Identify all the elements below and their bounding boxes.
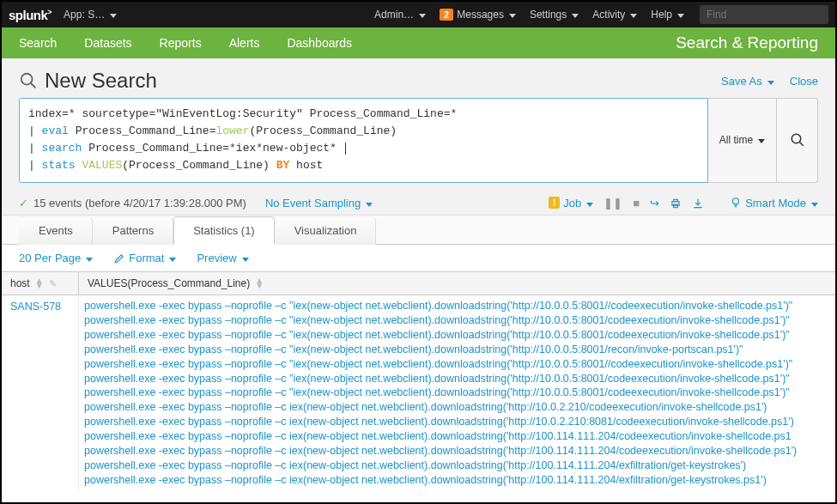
- search-icon: [19, 71, 38, 90]
- help-menu[interactable]: Help: [651, 9, 684, 21]
- app-title: Search & Reporting: [676, 33, 818, 52]
- close-button[interactable]: Close: [790, 75, 818, 88]
- value-line[interactable]: powershell.exe -exec bypass –noprofile –…: [84, 400, 830, 415]
- value-line[interactable]: powershell.exe -exec bypass –noprofile –…: [84, 444, 830, 458]
- value-line[interactable]: powershell.exe -exec bypass –noprofile –…: [84, 429, 830, 444]
- events-count: 15 events (before 4/20/17 1:39:28.000 PM…: [33, 197, 246, 209]
- share-icon[interactable]: ↪: [650, 197, 659, 209]
- nav-reports[interactable]: Reports: [160, 36, 202, 50]
- preview-menu[interactable]: Preview: [197, 252, 248, 264]
- event-sampling[interactable]: No Event Sampling: [265, 197, 373, 209]
- results-toolbar: 20 Per Page Format Preview: [2, 245, 835, 271]
- cell-values: powershell.exe -exec bypass –noprofile –…: [79, 295, 835, 490]
- table-row: SANS-578powershell.exe -exec bypass –nop…: [2, 295, 835, 490]
- stop-icon[interactable]: ■: [633, 197, 640, 209]
- svg-point-2: [792, 135, 801, 144]
- col-header-values[interactable]: VALUES(Process_Command_Line) ▲▼: [79, 272, 835, 295]
- save-as-button[interactable]: Save As: [721, 75, 774, 88]
- value-line[interactable]: powershell.exe -exec bypass –noprofile –…: [84, 415, 830, 429]
- value-line[interactable]: powershell.exe -exec bypass –noprofile –…: [84, 328, 830, 343]
- tab-statistics[interactable]: Statistics (1): [173, 216, 275, 245]
- value-line[interactable]: powershell.exe -exec bypass –noprofile –…: [84, 372, 830, 386]
- pause-icon[interactable]: ❚❚: [603, 197, 622, 209]
- svg-rect-6: [674, 204, 678, 208]
- nav-search[interactable]: Search: [19, 36, 57, 50]
- nav-dashboards[interactable]: Dashboards: [287, 36, 352, 50]
- value-line[interactable]: powershell.exe -exec bypass –noprofile –…: [84, 473, 830, 488]
- value-line[interactable]: powershell.exe -exec bypass –noprofile –…: [84, 313, 830, 328]
- search-button[interactable]: [777, 98, 818, 183]
- admin-menu[interactable]: Admin…: [374, 9, 426, 21]
- svg-line-1: [31, 83, 36, 88]
- search-icon: [790, 132, 805, 148]
- value-line[interactable]: powershell.exe -exec bypass –noprofile –…: [84, 357, 830, 372]
- result-tabs: Events Patterns Statistics (1) Visualiza…: [2, 216, 835, 245]
- nav-datasets[interactable]: Datasets: [84, 36, 131, 50]
- sort-icon: ▲▼: [255, 278, 264, 288]
- splunk-logo: splunk>: [9, 8, 52, 22]
- messages-badge: 2: [440, 9, 453, 21]
- warning-icon: !: [549, 197, 561, 209]
- value-line[interactable]: powershell.exe -exec bypass –noprofile –…: [84, 458, 830, 473]
- value-line[interactable]: powershell.exe -exec bypass –noprofile –…: [84, 386, 830, 400]
- col-header-host[interactable]: host ▲▼ ✎: [2, 272, 79, 295]
- value-line[interactable]: powershell.exe -exec bypass –noprofile –…: [84, 299, 830, 313]
- find-input[interactable]: [700, 5, 828, 24]
- sort-icon: ▲▼: [35, 278, 44, 288]
- svg-point-0: [21, 74, 33, 85]
- page-header: New Search Save As Close: [2, 58, 835, 98]
- results-table-header: host ▲▼ ✎ VALUES(Process_Command_Line) ▲…: [2, 271, 835, 295]
- value-line[interactable]: powershell.exe -exec bypass –noprofile –…: [84, 343, 830, 357]
- export-icon[interactable]: [692, 197, 704, 210]
- page-title: New Search: [19, 69, 157, 93]
- settings-menu[interactable]: Settings: [530, 9, 579, 21]
- tab-events[interactable]: Events: [19, 216, 93, 245]
- time-range-picker[interactable]: All time: [708, 98, 777, 183]
- nav-alerts[interactable]: Alerts: [229, 36, 260, 50]
- format-menu[interactable]: Format: [113, 252, 176, 264]
- top-bar: splunk> App: S… Admin… 2Messages Setting…: [2, 2, 835, 27]
- app-nav: Search Datasets Reports Alerts Dashboard…: [2, 27, 835, 58]
- cell-host[interactable]: SANS-578: [2, 295, 79, 490]
- search-input[interactable]: index=* sourcetype="WinEventLog:Security…: [19, 98, 708, 183]
- per-page-select[interactable]: 20 Per Page: [19, 252, 93, 264]
- svg-line-3: [799, 143, 804, 147]
- messages-menu[interactable]: 2Messages: [440, 9, 516, 21]
- svg-rect-5: [674, 199, 678, 201]
- svg-point-7: [733, 198, 739, 204]
- tab-visualization[interactable]: Visualization: [275, 216, 377, 245]
- lightbulb-icon: [730, 197, 742, 209]
- pencil-icon: [113, 252, 125, 264]
- activity-menu[interactable]: Activity: [592, 9, 637, 21]
- app-selector[interactable]: App: S…: [64, 9, 117, 21]
- job-status-bar: ✓ 15 events (before 4/20/17 1:39:28.000 …: [2, 191, 835, 216]
- results-table-body: SANS-578powershell.exe -exec bypass –nop…: [2, 295, 835, 490]
- search-mode[interactable]: Smart Mode: [730, 197, 818, 209]
- pencil-icon[interactable]: ✎: [49, 278, 57, 289]
- print-icon[interactable]: [670, 197, 682, 210]
- search-row: index=* sourcetype="WinEventLog:Security…: [2, 98, 835, 191]
- tab-patterns[interactable]: Patterns: [93, 216, 173, 245]
- check-icon: ✓: [19, 197, 28, 209]
- job-menu[interactable]: !Job: [549, 197, 594, 209]
